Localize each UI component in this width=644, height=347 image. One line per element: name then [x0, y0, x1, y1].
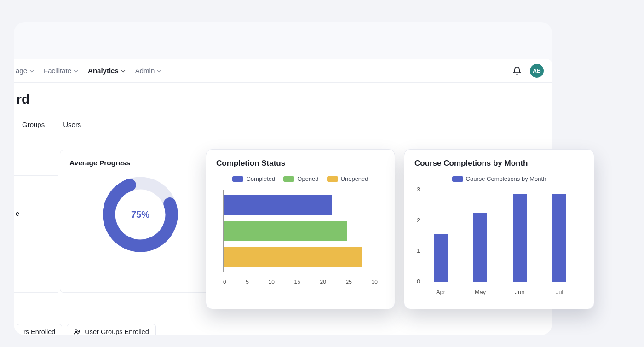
y-tick: 1: [414, 248, 420, 254]
x-tick: 10: [269, 279, 275, 285]
legend-swatch: [327, 176, 338, 182]
vbar: [513, 194, 527, 282]
pill-user-groups-enrolled[interactable]: User Groups Enrolled: [67, 324, 155, 335]
hbar: [224, 247, 362, 267]
svg-point-2: [75, 330, 77, 332]
x-tick: Jun: [500, 289, 540, 295]
nav-item-label: Analytics: [88, 67, 119, 75]
nav-item-facilitate[interactable]: Facilitate: [44, 67, 78, 75]
nav-item-label: Facilitate: [44, 67, 71, 75]
x-tick: 5: [246, 279, 249, 285]
completion-status-card: Completion Status Completed Opened Unope…: [206, 149, 395, 309]
chevron-down-icon: [121, 69, 125, 73]
completions-by-month-chart: 0123 AprMayJunJul: [412, 190, 582, 298]
legend-swatch: [452, 176, 463, 182]
page-header: rd Groups Users: [14, 83, 552, 134]
nav-item-analytics[interactable]: Analytics: [88, 67, 125, 75]
pill-label: rs Enrolled: [23, 328, 55, 335]
bottom-pill-tabs: rs Enrolled User Groups Enrolled: [14, 324, 156, 335]
sliver-row: [14, 176, 58, 201]
legend-item: Course Completions by Month: [452, 175, 546, 182]
donut-percent-label: 75%: [101, 175, 179, 254]
tab-groups[interactable]: Groups: [22, 121, 45, 134]
chevron-down-icon: [157, 69, 161, 73]
legend-item-completed: Completed: [232, 175, 275, 182]
sliver-row: e: [14, 201, 58, 226]
average-progress-card: Average Progress 75%: [60, 150, 221, 293]
pill-users-enrolled[interactable]: rs Enrolled: [17, 324, 62, 335]
average-progress-donut: 75%: [101, 175, 179, 254]
pill-label: User Groups Enrolled: [85, 328, 149, 335]
nav-right: AB: [512, 64, 544, 78]
x-tick: 25: [346, 279, 352, 285]
x-tick: Apr: [421, 289, 460, 295]
users-icon: [74, 329, 81, 335]
y-tick: 3: [414, 186, 420, 193]
completions-by-month-card: Course Completions by Month Course Compl…: [404, 149, 594, 309]
svg-point-3: [78, 330, 80, 332]
y-tick: 0: [414, 278, 420, 285]
legend-item-opened: Opened: [283, 175, 318, 182]
x-tick: 20: [320, 279, 326, 285]
vbar: [434, 234, 448, 282]
top-nav: age Facilitate Analytics Admin: [14, 59, 552, 83]
legend-label: Unopened: [341, 175, 368, 182]
card-title: Average Progress: [69, 159, 211, 167]
nav-items: age Facilitate Analytics Admin: [16, 67, 161, 75]
nav-item-manage[interactable]: age: [16, 67, 34, 75]
card-title: Completion Status: [216, 159, 385, 168]
completion-status-legend: Completed Opened Unopened: [216, 175, 385, 182]
legend-swatch: [232, 176, 243, 182]
hbar: [224, 195, 332, 215]
x-tick: May: [460, 289, 500, 295]
chevron-down-icon: [29, 69, 34, 73]
nav-item-label: Admin: [135, 67, 155, 75]
y-tick: 2: [414, 217, 420, 224]
tab-users[interactable]: Users: [63, 121, 81, 134]
legend-label: Opened: [297, 175, 318, 182]
bell-icon[interactable]: [512, 66, 522, 75]
completion-status-chart: 051015202530: [218, 190, 383, 291]
sliver-row: [14, 150, 58, 176]
page-tabs: Groups Users: [17, 121, 552, 134]
avatar-initials: AB: [533, 68, 540, 74]
completions-by-month-legend: Course Completions by Month: [414, 175, 584, 182]
card-title: Course Completions by Month: [414, 159, 584, 168]
legend-item-unopened: Unopened: [327, 175, 368, 182]
chevron-down-icon: [74, 69, 78, 73]
legend-swatch: [283, 176, 294, 182]
donut-wrap: 75%: [69, 175, 211, 254]
x-tick: 30: [372, 279, 378, 285]
hbar: [224, 221, 347, 241]
x-tick: 15: [294, 279, 300, 285]
avatar[interactable]: AB: [530, 64, 544, 78]
x-tick: 0: [223, 279, 226, 285]
legend-label: Completed: [246, 175, 275, 182]
vbar: [473, 213, 487, 282]
x-tick: Jul: [540, 289, 579, 295]
nav-item-label: age: [16, 67, 27, 75]
legend-label: Course Completions by Month: [466, 175, 546, 182]
page-title: rd: [17, 92, 552, 107]
vbar: [552, 194, 566, 282]
left-partial-card: e: [14, 150, 58, 293]
nav-item-admin[interactable]: Admin: [135, 67, 161, 75]
